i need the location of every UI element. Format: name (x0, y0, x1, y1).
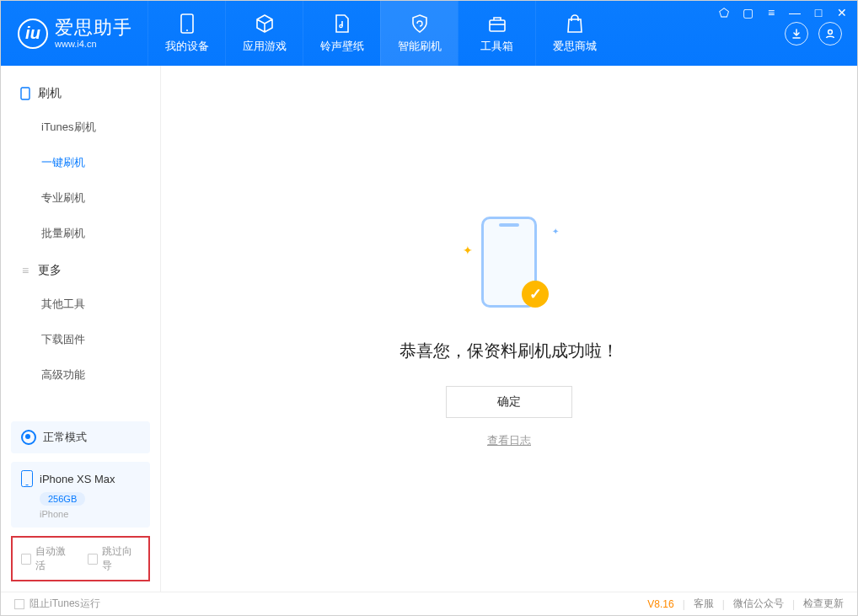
section-title: 更多 (38, 263, 62, 278)
svg-rect-3 (490, 20, 505, 31)
wechat-link[interactable]: 微信公众号 (733, 597, 784, 611)
toolbox-icon (486, 13, 508, 35)
section-title: 刷机 (38, 86, 62, 101)
minimize-button[interactable]: — (787, 5, 802, 20)
close-button[interactable]: ✕ (834, 5, 850, 20)
cube-icon (254, 13, 276, 35)
ok-button[interactable]: 确定 (446, 386, 572, 418)
nav-apps-games[interactable]: 应用游戏 (225, 1, 303, 66)
tshirt-icon[interactable]: ⬠ (716, 5, 732, 20)
result-message: 恭喜您，保资料刷机成功啦！ (400, 340, 619, 362)
svg-point-2 (339, 24, 341, 27)
svg-point-1 (186, 29, 188, 31)
window-controls: ⬠ ▢ ≡ — □ ✕ (716, 5, 850, 20)
sidebar-item-batch-flash[interactable]: 批量刷机 (1, 216, 160, 251)
nav-label: 应用游戏 (243, 39, 287, 54)
checkbox-icon (88, 554, 98, 565)
bag-icon (564, 13, 586, 35)
sidebar-item-other-tools[interactable]: 其他工具 (1, 287, 160, 322)
sidebar: 刷机 iTunes刷机 一键刷机 专业刷机 批量刷机 ≡ 更多 其他工具 下载固… (1, 66, 161, 592)
block-itunes-checkbox[interactable]: 阻止iTunes运行 (14, 597, 100, 611)
app-name-en: www.i4.cn (55, 39, 132, 49)
nav-smart-flash[interactable]: 智能刷机 (380, 1, 458, 66)
svg-rect-5 (21, 88, 29, 99)
checkbox-label: 自动激活 (35, 544, 73, 573)
version-label: V8.16 (647, 598, 673, 610)
nav-label: 铃声壁纸 (320, 39, 364, 54)
skip-guide-checkbox[interactable]: 跳过向导 (88, 544, 141, 573)
user-button[interactable] (818, 22, 842, 46)
checkbox-icon (21, 554, 31, 565)
sparkle-icon: ✦ (552, 227, 559, 236)
customer-service-link[interactable]: 客服 (694, 597, 714, 611)
sidebar-item-advanced[interactable]: 高级功能 (1, 357, 160, 393)
app-name-cn: 爱思助手 (55, 18, 132, 38)
phone-section-icon (19, 88, 31, 99)
main-nav: 我的设备 应用游戏 铃声壁纸 智能刷机 工具箱 爱思商城 (147, 1, 613, 66)
maximize-button[interactable]: □ (811, 5, 826, 20)
nav-label: 爱思商城 (553, 39, 597, 54)
main-content: ✦ ✦ ✓ 恭喜您，保资料刷机成功啦！ 确定 查看日志 (161, 66, 857, 592)
nav-ringtone-wallpaper[interactable]: 铃声壁纸 (303, 1, 380, 66)
menu-icon[interactable]: ≡ (764, 5, 779, 20)
checkbox-label: 阻止iTunes运行 (29, 597, 100, 611)
view-log-link[interactable]: 查看日志 (487, 433, 531, 448)
list-section-icon: ≡ (19, 265, 31, 276)
mode-indicator[interactable]: 正常模式 (11, 421, 150, 453)
download-button[interactable] (785, 22, 808, 46)
nav-label: 智能刷机 (398, 39, 442, 54)
sidebar-item-oneclick-flash[interactable]: 一键刷机 (1, 145, 160, 180)
svg-point-4 (829, 29, 833, 34)
app-logo: iu 爱思助手 www.i4.cn (1, 1, 147, 66)
feedback-icon[interactable]: ▢ (740, 5, 755, 20)
nav-my-device[interactable]: 我的设备 (147, 1, 225, 66)
nav-label: 工具箱 (480, 39, 513, 54)
sidebar-item-download-firmware[interactable]: 下载固件 (1, 322, 160, 357)
device-card[interactable]: iPhone XS Max 256GB iPhone (11, 462, 150, 528)
checkbox-icon (14, 599, 24, 609)
section-more: ≡ 更多 (1, 251, 160, 287)
nav-label: 我的设备 (165, 39, 209, 54)
logo-icon: iu (18, 19, 48, 49)
shield-refresh-icon (409, 13, 431, 35)
nav-toolbox[interactable]: 工具箱 (458, 1, 535, 66)
sidebar-item-itunes-flash[interactable]: iTunes刷机 (1, 110, 160, 145)
device-type: iPhone (40, 509, 140, 519)
status-bar: 阻止iTunes运行 V8.16 | 客服 | 微信公众号 | 检查更新 (1, 592, 857, 615)
sparkle-icon: ✦ (463, 244, 473, 257)
check-update-link[interactable]: 检查更新 (803, 597, 844, 611)
checkbox-label: 跳过向导 (102, 544, 140, 573)
mode-icon (21, 430, 36, 445)
app-header: iu 爱思助手 www.i4.cn 我的设备 应用游戏 铃声壁纸 智能刷机 工具… (1, 1, 857, 66)
highlighted-options: 自动激活 跳过向导 (11, 536, 150, 581)
section-flash: 刷机 (1, 74, 160, 110)
device-icon (176, 13, 198, 35)
mode-label: 正常模式 (43, 430, 87, 445)
phone-icon (21, 470, 33, 487)
check-badge-icon: ✓ (522, 281, 549, 308)
auto-activate-checkbox[interactable]: 自动激活 (21, 544, 74, 573)
nav-store[interactable]: 爱思商城 (535, 1, 613, 66)
sidebar-item-pro-flash[interactable]: 专业刷机 (1, 180, 160, 216)
music-file-icon (331, 13, 353, 35)
success-illustration: ✦ ✦ ✓ (454, 210, 564, 319)
device-storage: 256GB (40, 492, 85, 506)
device-name: iPhone XS Max (40, 473, 115, 485)
